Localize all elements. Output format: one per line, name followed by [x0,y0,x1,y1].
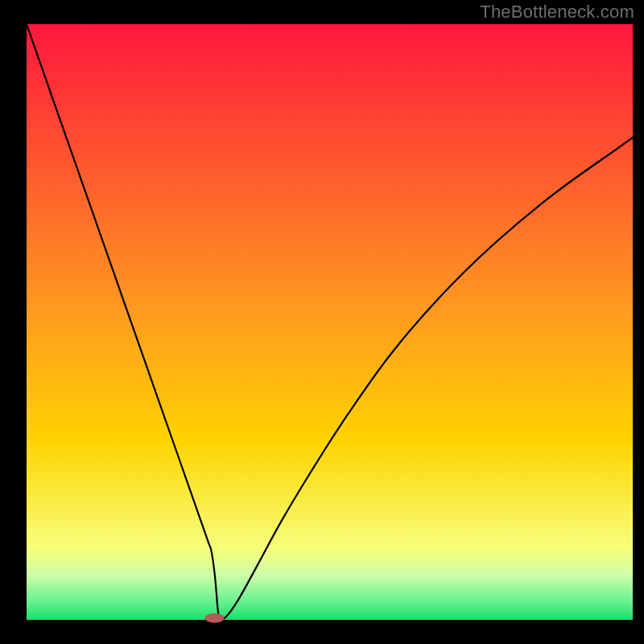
plot-background [27,24,633,620]
chart-svg [0,0,644,644]
watermark-text: TheBottleneck.com [480,2,634,23]
chart-frame: TheBottleneck.com [0,0,644,644]
minimum-marker [204,613,224,623]
